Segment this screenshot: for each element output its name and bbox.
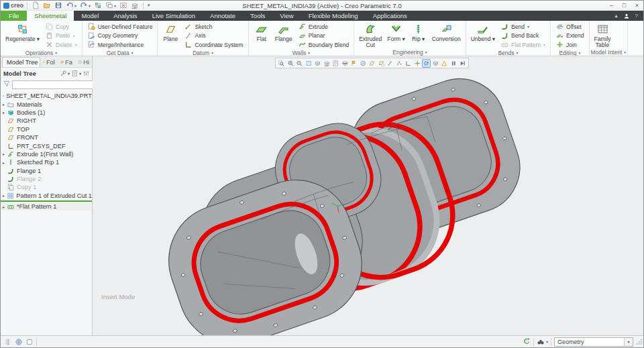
ribbon-button-flat[interactable]: Flat <box>252 22 272 43</box>
resize-grip[interactable] <box>637 339 643 347</box>
ribbon-button-plane[interactable]: Plane <box>160 22 180 43</box>
minimize-button[interactable]: – <box>605 1 618 10</box>
ribbon-button-copy[interactable]: Copy <box>43 22 79 32</box>
ribbon-group-label-engineering[interactable]: Engineering▾ <box>354 49 466 56</box>
redo-icon[interactable]: ▾ <box>79 1 91 10</box>
display-style-icon[interactable] <box>323 59 331 68</box>
tree-item-front[interactable]: FRONT <box>1 133 92 141</box>
ribbon-button-bend-back[interactable]: Bend Back <box>498 32 547 41</box>
selection-filter-select[interactable]: Geometry ▾ <box>554 337 633 347</box>
tree-item-flange-2[interactable]: Flange 2 <box>1 175 92 183</box>
ribbon-button-extrude[interactable]: Extrude <box>296 22 352 32</box>
ribbon-button-delete[interactable]: Delete▾ <box>43 40 79 50</box>
ribbon-group-label-walls[interactable]: Walls▾ <box>249 50 354 56</box>
ribbon-button-planar[interactable]: Planar <box>296 32 352 41</box>
graphics-area[interactable]: Insert Mode <box>93 56 643 335</box>
navigator-tab-history[interactable]: Hi <box>75 57 92 67</box>
ribbon-group-label-bends[interactable]: Bends▾ <box>466 50 550 56</box>
tab-tools[interactable]: Tools <box>243 11 272 21</box>
tab-annotate[interactable]: Annotate <box>203 11 243 21</box>
navigator-tab-folder-browser[interactable]: Fol <box>40 57 58 67</box>
ribbon-group-label-datum[interactable]: Datum▾ <box>158 50 248 56</box>
tree-item-top[interactable]: TOP <box>1 125 92 133</box>
tree-item-right[interactable]: RIGHT <box>1 117 92 125</box>
plane-tag-display-icon[interactable] <box>377 59 386 68</box>
tree-item-copy-1[interactable]: Copy 1 <box>1 183 92 191</box>
regenerate-icon[interactable] <box>93 1 103 10</box>
tree-columns-icon[interactable]: ▾ <box>71 70 81 77</box>
user-icon[interactable] <box>623 13 630 19</box>
ribbon-group-label-operations[interactable]: Operations▾ <box>1 50 82 56</box>
ribbon-button-paste[interactable]: Paste▾ <box>43 32 79 41</box>
open-icon[interactable] <box>42 1 52 10</box>
tree-search-input[interactable] <box>13 81 94 89</box>
maximize-button[interactable]: □ <box>618 1 631 10</box>
spin-center-icon[interactable] <box>413 59 422 68</box>
datum-display-icon[interactable] <box>368 59 376 68</box>
ribbon-button-merge-inheritance[interactable]: Merge/Inheritance <box>85 40 155 50</box>
expand-arrow-icon[interactable]: ▸ <box>1 193 7 198</box>
tab-view[interactable]: View <box>272 11 301 21</box>
ribbon-button-sketch[interactable]: Sketch <box>182 22 245 32</box>
tab-sheetmetal[interactable]: Sheetmetal <box>27 11 74 21</box>
tab-model[interactable]: Model <box>74 11 106 21</box>
tab-applications[interactable]: Applications <box>366 11 415 21</box>
expand-arrow-icon[interactable]: ▸ <box>1 205 7 209</box>
transparency-icon[interactable] <box>431 59 440 68</box>
expand-arrow-icon[interactable]: ▸ <box>1 160 7 165</box>
point-display-icon[interactable] <box>395 59 404 68</box>
ribbon-button-family-table[interactable]: Family Table <box>592 22 613 49</box>
repaint-icon[interactable] <box>305 59 313 68</box>
refit-icon[interactable] <box>277 59 286 68</box>
ribbon-button-boundary-blend[interactable]: Boundary Blend <box>296 40 352 50</box>
tab-live-simulation[interactable]: Live Simulation <box>145 11 203 21</box>
view-manager-icon[interactable] <box>341 59 350 68</box>
ribbon-group-label-get-data[interactable]: Get Data▾ <box>83 50 158 56</box>
axis-display-icon[interactable] <box>386 59 394 68</box>
tree-item-sheet-metal-india39-prt[interactable]: SHEET_METAL_INDIA39.PRT <box>1 92 92 100</box>
saved-orientations-icon[interactable] <box>331 59 340 68</box>
help-icon[interactable]: ? <box>635 13 638 19</box>
ribbon-button-flange[interactable]: Flange <box>273 22 294 43</box>
close-button[interactable]: × <box>631 1 643 10</box>
tree-item-sketched-rip-1[interactable]: ▸Sketched Rip 1 <box>1 158 92 166</box>
reorient-icon[interactable] <box>130 1 140 10</box>
model-3d-sheetmetal-part[interactable] <box>93 56 643 335</box>
active-window-icon[interactable]: ▾ <box>105 1 117 10</box>
expand-arrow-icon[interactable]: ▸ <box>1 152 7 156</box>
ribbon-button-flat-pattern[interactable]: Flat Pattern▾ <box>498 40 547 50</box>
ribbon-button-join[interactable]: Join <box>553 40 586 50</box>
ribbon-group-label-model-intent[interactable]: Model Intent▾ <box>590 49 628 56</box>
tree-filters-icon[interactable]: ▾ <box>60 70 70 77</box>
new-file-icon[interactable] <box>31 1 40 10</box>
tab-file[interactable]: File <box>1 11 27 21</box>
fullscreen-toggle-icon[interactable] <box>25 338 34 346</box>
appearance-icon[interactable] <box>359 59 368 68</box>
navigator-tab-favorites[interactable]: Fa <box>58 57 75 67</box>
step-icon[interactable] <box>458 59 467 68</box>
ribbon-button-axis[interactable]: Axis <box>182 32 245 41</box>
expand-arrow-icon[interactable]: ▸ <box>1 110 7 115</box>
expand-arrow-icon[interactable]: ▸ <box>1 102 7 107</box>
browser-toggle-icon[interactable] <box>15 338 23 346</box>
pause-icon[interactable] <box>449 59 458 68</box>
ribbon-button-user-defined-feature[interactable]: User-Defined Feature <box>85 22 155 32</box>
tab-flexible-modeling[interactable]: Flexible Modeling <box>301 11 366 21</box>
undo-icon[interactable]: ▾ <box>65 1 77 10</box>
ribbon-button-coordinate-system[interactable]: Coordinate System <box>182 40 245 50</box>
customize-qat-icon[interactable]: ▾ <box>148 3 150 8</box>
ribbon-button-regenerate[interactable]: Regenerate ▾ <box>3 22 42 43</box>
navigator-tab-model-tree[interactable]: Model Tree <box>2 57 40 67</box>
find-icon[interactable]: ▾ <box>537 338 548 346</box>
close-window-icon[interactable] <box>119 1 128 10</box>
ribbon-button-unbend[interactable]: Unbend ▾ <box>469 22 497 43</box>
tree-item-prt-csys-def[interactable]: PRT_CSYS_DEF <box>1 141 92 150</box>
tree-item-extrude-1-first-wall[interactable]: ▸Extrude 1(First Wall) <box>1 150 92 158</box>
ribbon-button-extruded-cut[interactable]: Extruded Cut <box>357 22 384 49</box>
ribbon-button-bend[interactable]: Bend▾ <box>498 22 547 32</box>
zoom-in-icon[interactable] <box>286 59 295 68</box>
tree-item-flange-1[interactable]: Flange 1 <box>1 167 92 175</box>
csys-display-icon[interactable] <box>404 59 413 68</box>
ribbon-group-label-editing[interactable]: Editing▾ <box>551 50 588 56</box>
tab-analysis[interactable]: Analysis <box>106 11 144 21</box>
